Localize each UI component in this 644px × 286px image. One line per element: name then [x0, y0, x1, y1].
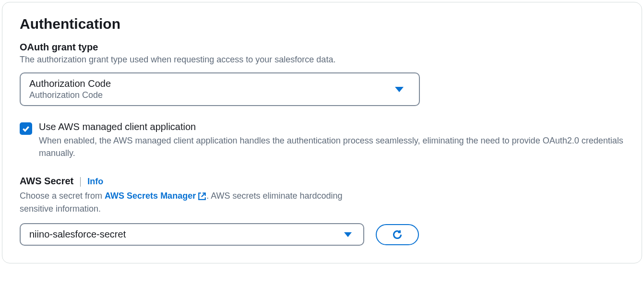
aws-secret-field: AWS Secret Info Choose a secret from AWS… [20, 176, 624, 246]
managed-app-description: When enabled, the AWS managed client app… [39, 134, 624, 159]
refresh-button[interactable] [376, 224, 419, 245]
checkmark-icon [22, 124, 30, 133]
info-link[interactable]: Info [87, 177, 103, 187]
select-primary-text: Authorization Code [29, 78, 111, 89]
managed-app-label: Use AWS managed client application [39, 121, 624, 132]
link-text: AWS Secrets Manager [105, 190, 196, 203]
secret-label: AWS Secret [20, 176, 73, 187]
authentication-panel: Authentication OAuth grant type The auth… [2, 2, 642, 263]
secret-desc-prefix: Choose a secret from [20, 191, 105, 201]
refresh-icon [392, 229, 403, 240]
managed-client-app-checkbox[interactable] [20, 122, 32, 135]
secret-selected-text: niino-salesforce-secret [29, 229, 126, 240]
secret-select-row: niino-salesforce-secret [20, 223, 624, 246]
section-title: Authentication [20, 16, 624, 32]
oauth-label: OAuth grant type [20, 42, 624, 53]
divider [80, 177, 81, 187]
secret-description: Choose a secret from AWS Secrets Manager… [20, 190, 370, 215]
oauth-description: The authorization grant type used when r… [20, 54, 624, 66]
oauth-grant-type-select[interactable]: Authorization Code Authorization Code [20, 72, 420, 106]
external-link-icon [198, 192, 206, 201]
managed-client-app-field: Use AWS managed client application When … [20, 121, 624, 159]
caret-down-icon [344, 232, 352, 237]
secrets-manager-link[interactable]: AWS Secrets Manager [105, 190, 206, 203]
select-secondary-text: Authorization Code [29, 90, 111, 100]
oauth-grant-type-field: OAuth grant type The authorization grant… [20, 42, 624, 106]
caret-down-icon [395, 87, 404, 92]
checkbox-content: Use AWS managed client application When … [39, 121, 624, 159]
secret-label-row: AWS Secret Info [20, 176, 624, 188]
aws-secret-select[interactable]: niino-salesforce-secret [20, 223, 364, 246]
select-text-container: Authorization Code Authorization Code [29, 78, 111, 100]
